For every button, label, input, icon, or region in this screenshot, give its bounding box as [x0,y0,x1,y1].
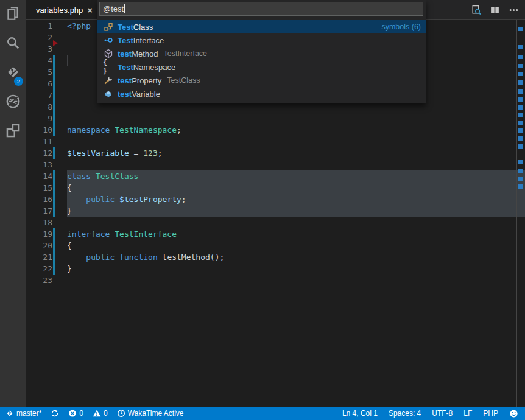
statusbar-encoding[interactable]: UTF-8 [432,409,453,418]
scm-changes-badge: 2 [14,77,23,86]
gutter-modified-indicator [53,170,55,217]
code-token [67,253,86,262]
statusbar-indentation[interactable]: Spaces: 4 [389,409,421,418]
statusbar-cursor-position-label: Ln 4, Col 1 [342,409,378,418]
line-number: 13 [26,159,52,170]
symbol-namespace-icon: { } [103,62,113,72]
warning-icon [93,409,101,418]
quickpick-item-TestClass[interactable]: TestClasssymbols (6) [97,20,426,33]
code-line[interactable]: 15{ [26,182,525,194]
code-line[interactable]: 18 [26,217,525,228]
code-token: { [67,241,72,250]
overview-ruler-modified-mark [518,169,523,173]
overview-ruler-modified-mark [518,136,523,141]
overview-ruler-modified-mark [518,80,523,85]
statusbar-cursor-position[interactable]: Ln 4, Col 1 [342,409,378,418]
activitybar-item-explorer[interactable] [0,0,26,29]
line-number: 1 [26,20,52,32]
activity-bar: 2 [0,0,26,407]
quickpick-item-TestNamespace[interactable]: { }TestNamespace [97,60,426,74]
code-line[interactable]: 11 [26,136,525,147]
code-token [158,253,163,262]
line-number: 14 [26,170,52,182]
line-number: 15 [26,182,52,194]
quickpick-item-testProperty[interactable]: testPropertyTestClass [97,74,426,87]
close-icon[interactable]: × [87,5,93,15]
code-token: class [67,172,91,181]
code-token [91,172,96,181]
code-token: testMethod(); [163,253,225,262]
quick-open-input[interactable]: @test [99,2,423,16]
line-number: 6 [26,78,52,89]
match-highlight: Test [118,23,133,32]
code-line[interactable]: 22} [26,263,525,275]
extensions-icon [5,122,21,141]
search-icon [5,35,21,53]
overview-ruler-modified-mark [518,27,523,31]
statusbar-warnings[interactable]: 0 [93,409,108,418]
statusbar-language-mode[interactable]: PHP [483,409,498,418]
activitybar-item-search[interactable] [0,29,26,58]
code-token: $testProperty [119,195,181,204]
quickpick-item-testVariable[interactable]: testVariable [97,87,426,100]
gutter-modified-indicator [53,55,55,136]
code-line[interactable]: 12$testVariable = 123; [26,147,525,159]
statusbar-wakatime[interactable]: WakaTime Active [117,409,184,418]
code-line[interactable]: 10namespace TestNamespace; [26,124,525,136]
symbol-variable-icon [103,89,113,99]
code-token: TestNamespace [115,125,177,135]
quick-open-query: @test [103,4,124,13]
symbol-interface-icon [103,35,113,45]
symbol-property-icon [103,75,113,85]
code-line[interactable]: 14class TestClass [26,170,525,182]
statusbar-sync[interactable] [51,409,59,418]
code-text: namespace TestNamespace; [67,124,181,136]
line-number: 7 [26,89,52,101]
error-icon [68,409,77,418]
overview-ruler-modified-mark [518,64,523,68]
quickpick-group-label: symbols (6) [381,23,421,31]
statusbar-errors-label: 0 [79,409,83,418]
overview-ruler-modified-mark [518,184,523,189]
quickpick-item-label: testProperty [118,76,161,85]
code-text: { [67,182,72,194]
more-actions-icon[interactable] [508,4,519,15]
code-token: { [67,183,72,192]
code-line[interactable]: 23 [26,275,525,286]
quickpick-item-TestInterface[interactable]: TestInterface [97,33,426,47]
statusbar-indentation-label: Spaces: 4 [389,409,421,418]
quickpick-item-description: TestClass [167,76,200,85]
statusbar-warnings-label: 0 [104,409,108,418]
statusbar-git-branch[interactable]: master* [5,409,41,418]
code-text: public function testMethod(); [67,251,224,263]
code-line[interactable]: 20{ [26,240,525,251]
overview-ruler-modified-mark [518,55,523,59]
code-line[interactable]: 16 public $testProperty; [26,194,525,205]
activitybar-item-extensions[interactable] [0,117,26,146]
match-highlight: Test [118,36,133,45]
code-line[interactable]: 17} [26,205,525,217]
line-number: 2 [26,32,52,43]
code-line[interactable]: 9 [26,113,525,124]
overview-ruler-modified-mark [518,144,523,149]
code-line[interactable]: 19interface TestInterface [26,228,525,240]
quickpick-item-testMethod[interactable]: testMethodTestInterface [97,47,426,60]
statusbar-feedback[interactable] [509,409,518,418]
code-token [67,195,86,204]
line-number: 21 [26,251,52,263]
tab-variables-php[interactable]: variables.php × [26,0,97,19]
gutter-deleted-indicator [53,40,58,46]
statusbar-eol[interactable]: LF [463,409,472,418]
line-number: 23 [26,275,52,286]
code-line[interactable]: 21 public function testMethod(); [26,251,525,263]
activitybar-item-debug[interactable] [0,88,26,117]
activitybar-item-source-control[interactable]: 2 [0,58,26,88]
statusbar-errors[interactable]: 0 [68,409,83,418]
split-editor-icon[interactable] [489,4,500,15]
text-caret [124,4,125,13]
quick-open-widget: @test TestClasssymbols (6)TestInterfacet… [97,0,426,103]
code-line[interactable]: 13 [26,159,525,170]
open-preview-icon[interactable] [470,4,481,15]
clock-icon [117,409,125,418]
code-text: { [67,240,72,251]
